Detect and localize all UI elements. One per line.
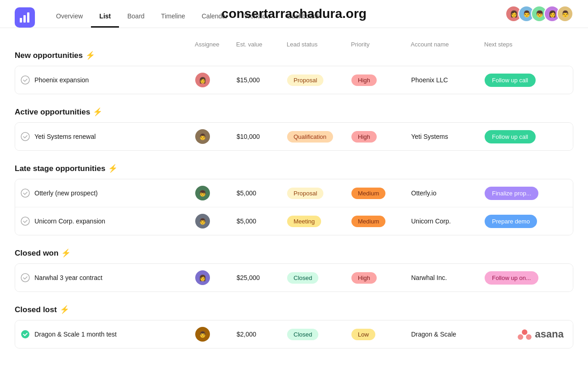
section-closed-lost: Closed lost ⚡ Dragon & Scale 1 month tes… — [15, 305, 573, 348]
priority-badge: High — [351, 131, 377, 143]
svg-point-3 — [21, 76, 29, 84]
col-task — [20, 41, 195, 48]
check-icon[interactable] — [21, 188, 30, 198]
lead-status: Closed — [287, 272, 351, 284]
tab-overview[interactable]: Overview — [48, 8, 91, 28]
priority: Medium — [351, 188, 411, 199]
account-name: Unicorn Corp. — [411, 217, 485, 225]
check-icon[interactable] — [21, 273, 30, 282]
task-label: Narwhal 3 year contract — [34, 274, 102, 281]
section-late-stage-opportunities: Late stage opportunities ⚡ Otterly (new … — [15, 164, 573, 235]
account-name: Narwhal Inc. — [411, 274, 485, 281]
lead-status-badge: Proposal — [287, 74, 323, 86]
tab-list[interactable]: List — [91, 8, 119, 28]
avatar-group: 👩 👨 👦 👩 👨 — [505, 6, 573, 22]
app-icon[interactable] — [15, 7, 35, 28]
section-title: New opportunities — [15, 51, 83, 60]
avatar: 👨 — [557, 6, 573, 22]
svg-point-11 — [526, 334, 531, 340]
avatar: 👨 — [195, 327, 210, 342]
task-name: Unicorn Corp. expansion — [21, 217, 195, 226]
priority: Medium — [351, 216, 411, 227]
lead-status: Proposal — [287, 188, 351, 199]
check-icon[interactable] — [21, 75, 30, 85]
assignee-cell: 👦 — [195, 186, 237, 200]
next-step: Follow up call — [485, 130, 567, 143]
section-header: Closed lost ⚡ — [15, 305, 573, 314]
est-value: $2,000 — [237, 331, 287, 338]
next-step-button[interactable]: Prepare demo — [485, 215, 537, 228]
task-label: Unicorn Corp. expansion — [34, 217, 105, 225]
avatar: 👨 — [195, 129, 210, 144]
table-row: Otterly (new prospect) 👦 $5,000 Proposal… — [15, 179, 573, 207]
check-icon[interactable] — [21, 132, 30, 141]
svg-point-5 — [21, 189, 29, 197]
svg-point-7 — [21, 274, 29, 282]
est-value: $15,000 — [237, 76, 287, 84]
tab-timeline[interactable]: Timeline — [153, 8, 193, 28]
svg-point-6 — [21, 217, 29, 225]
next-step: Prepare demo — [485, 215, 567, 228]
lightning-icon: ⚡ — [93, 107, 102, 117]
next-step: Finalize prop... — [485, 187, 567, 200]
avatar: 👨 — [195, 214, 210, 228]
avatar: 👩 — [195, 270, 210, 285]
next-step-button[interactable]: Finalize prop... — [485, 187, 538, 200]
task-label: Yeti Systems renewal — [34, 133, 96, 140]
asana-logo: asana — [485, 328, 567, 340]
section-new-opportunities: New opportunities ⚡ Phoenix expansion 👩 — [15, 51, 573, 94]
priority-badge: High — [351, 74, 377, 86]
section-header: Active opportunities ⚡ — [15, 107, 573, 117]
task-name: Otterly (new prospect) — [21, 188, 195, 198]
col-assignee: Assignee — [195, 41, 236, 48]
est-value: $10,000 — [237, 133, 287, 140]
asana-icon — [518, 329, 531, 340]
lightning-icon: ⚡ — [85, 51, 95, 60]
section-header: Late stage opportunities ⚡ — [15, 164, 573, 173]
lead-status-badge: Qualification — [287, 131, 333, 143]
priority: Low — [351, 329, 411, 340]
svg-point-8 — [21, 330, 29, 338]
lead-status: Meeting — [287, 216, 351, 227]
priority-badge: Medium — [351, 216, 385, 227]
account-name: Otterly.io — [411, 189, 485, 197]
col-lead-status: Lead status — [287, 41, 351, 48]
tab-board[interactable]: Board — [119, 8, 153, 28]
table-card: Otterly (new prospect) 👦 $5,000 Proposal… — [15, 179, 573, 235]
priority-badge: High — [351, 272, 377, 284]
assignee-cell: 👩 — [195, 270, 237, 285]
est-value: $5,000 — [237, 217, 287, 225]
header: Overview List Board Timeline Calendar Wo… — [0, 0, 588, 28]
table-card: Yeti Systems renewal 👨 $10,000 Qualifica… — [15, 122, 573, 151]
next-step-button[interactable]: Follow up call — [485, 74, 536, 87]
task-label: Dragon & Scale 1 month test — [34, 331, 117, 338]
lightning-icon: ⚡ — [60, 305, 69, 314]
assignee-cell: 👨 — [195, 214, 237, 228]
svg-rect-2 — [27, 12, 29, 23]
check-icon[interactable] — [21, 217, 30, 226]
section-header: Closed won ⚡ — [15, 248, 573, 258]
next-step-button[interactable]: Follow up on... — [485, 271, 538, 285]
next-step-button[interactable]: Follow up call — [485, 130, 536, 143]
section-title: Closed won — [15, 249, 58, 258]
lead-status-badge: Meeting — [287, 216, 321, 227]
table-row: Unicorn Corp. expansion 👨 $5,000 Meeting… — [15, 207, 573, 235]
lead-status-badge: Closed — [287, 272, 318, 284]
check-filled-icon[interactable] — [21, 330, 30, 339]
assignee-cell: 👨 — [195, 129, 237, 144]
section-active-opportunities: Active opportunities ⚡ Yeti Systems rene… — [15, 107, 573, 151]
col-next-steps: Next steps — [484, 41, 568, 48]
svg-rect-0 — [20, 18, 22, 23]
task-name: Narwhal 3 year contract — [21, 273, 195, 282]
task-name: Phoenix expansion — [21, 75, 195, 85]
est-value: $5,000 — [237, 189, 287, 197]
svg-point-9 — [522, 330, 527, 335]
priority-badge: Medium — [351, 188, 385, 199]
col-priority: Priority — [351, 41, 411, 48]
lead-status: Closed — [287, 329, 351, 340]
priority: High — [351, 272, 411, 284]
table-card: Narwhal 3 year contract 👩 $25,000 Closed… — [15, 263, 573, 292]
lead-status: Proposal — [287, 74, 351, 86]
section-title: Late stage opportunities — [15, 164, 105, 173]
section-title: Active opportunities — [15, 108, 90, 117]
